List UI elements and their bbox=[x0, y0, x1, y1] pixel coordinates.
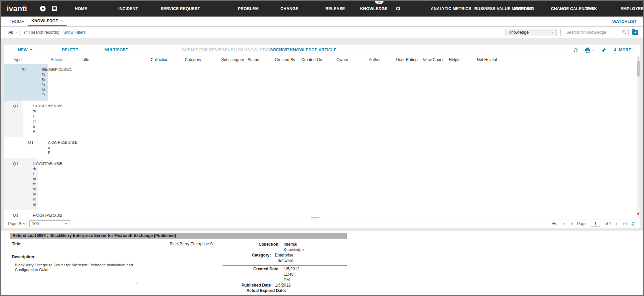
field-value: Internal Knowledge bbox=[280, 242, 304, 252]
table-row[interactable]: QandA 10065 How do I create a PST? Custo… bbox=[4, 101, 23, 137]
menu-item[interactable]: HOME bbox=[66, 6, 110, 11]
menu-item[interactable]: REPORT bbox=[515, 6, 542, 11]
next-page-icon[interactable] bbox=[616, 222, 618, 225]
scroll-up-icon[interactable] bbox=[637, 57, 639, 58]
menu-item[interactable]: CHANGE CALENDAR bbox=[551, 6, 577, 11]
table-row[interactable]: QandA 10069 Adding a Printer Customer Kn… bbox=[4, 137, 88, 158]
page-size-label: Page Size bbox=[8, 221, 27, 226]
chevron-down-icon bbox=[65, 223, 67, 224]
scroll-down-icon[interactable] bbox=[637, 213, 639, 215]
cell-user-rating bbox=[63, 210, 67, 219]
menu-item[interactable]: ANALYTIC METRICS bbox=[431, 6, 466, 11]
cell-created-on: 10/23/2011 3:00 ... bbox=[53, 210, 56, 219]
column-header[interactable]: Owner bbox=[336, 57, 369, 62]
detail-field-row: Category: Enterprise Software bbox=[223, 252, 241, 263]
page-input[interactable] bbox=[591, 221, 600, 227]
menu-item[interactable]: RELEASE bbox=[325, 6, 352, 11]
v-scrollbar[interactable] bbox=[637, 56, 640, 219]
prev-page-icon[interactable] bbox=[570, 222, 573, 225]
print-icon[interactable] bbox=[585, 48, 594, 53]
first-page-icon[interactable] bbox=[562, 222, 566, 225]
close-icon[interactable]: × bbox=[60, 19, 63, 23]
cell-subcategory: BES - Blackb... bbox=[52, 64, 55, 101]
tab-home[interactable]: HOME bbox=[8, 17, 28, 26]
toolbar-button[interactable]: ARCHIVE KNOWLEDGE ARTICLE bbox=[270, 48, 297, 52]
toolbar-button[interactable]: MULTISORT bbox=[89, 48, 173, 52]
column-header[interactable]: View Count bbox=[423, 57, 449, 62]
refresh-icon[interactable] bbox=[631, 221, 636, 226]
chat-icon[interactable] bbox=[52, 6, 57, 11]
cell-type: Reference bbox=[13, 64, 25, 101]
column-header[interactable]: Helpful bbox=[449, 57, 477, 62]
refresh-icon[interactable] bbox=[573, 48, 578, 53]
page-size-dropdown[interactable]: 100 bbox=[29, 220, 70, 227]
cell-owner: BSochan bbox=[56, 101, 60, 137]
cell-category: Desktop Software bbox=[40, 101, 43, 137]
circle-arrow-icon[interactable] bbox=[40, 6, 46, 11]
detail-field-row: Collection: Internal Knowledge bbox=[223, 242, 266, 252]
column-header[interactable]: Type bbox=[4, 57, 48, 62]
menu-item[interactable]: INCIDENT bbox=[118, 6, 137, 11]
scope-dropdown[interactable]: All bbox=[6, 29, 20, 36]
table-row[interactable]: QandA 10074 How do I provide feedback to… bbox=[4, 158, 38, 210]
app-window: ivanti HOMEINCIDENTSERVICE REQUESTPROBLE… bbox=[0, 0, 644, 296]
menu-item[interactable]: PROBLEM bbox=[238, 6, 272, 11]
column-header[interactable]: Created By bbox=[275, 57, 301, 62]
menu-item[interactable]: CI bbox=[396, 6, 422, 11]
header-collapse-handle[interactable] bbox=[375, 1, 384, 4]
menu-item[interactable]: TASK bbox=[586, 6, 612, 11]
toolbar-button[interactable]: SUBMIT FOR REVIEW bbox=[182, 48, 216, 52]
column-header[interactable]: Article bbox=[48, 57, 67, 62]
pin-icon[interactable] bbox=[601, 48, 606, 53]
chevron-down-icon bbox=[552, 32, 554, 33]
cell-type: QandA bbox=[4, 210, 16, 219]
cell-view-count bbox=[67, 158, 70, 210]
table-row[interactable]: QandA 10079 How do I report a New Issue?… bbox=[4, 210, 41, 219]
undo-icon[interactable] bbox=[552, 222, 557, 226]
watchlist-link[interactable]: WATCHLIST bbox=[612, 19, 637, 24]
description-label: Description: bbox=[12, 254, 216, 259]
menu-item[interactable]: CHANGE bbox=[280, 6, 317, 11]
field-label: Created Date: bbox=[231, 266, 280, 282]
column-header[interactable]: Subcategory bbox=[221, 57, 248, 62]
last-page-icon[interactable] bbox=[623, 222, 627, 225]
cell-user-rating bbox=[63, 101, 67, 137]
toolbar-button[interactable]: NEW bbox=[9, 48, 53, 52]
scrollbar-thumb[interactable] bbox=[637, 60, 640, 77]
cell-owner: BSochan bbox=[56, 158, 60, 210]
menu-item[interactable]: EMPLOYEE bbox=[620, 6, 644, 11]
cell-status: Draft bbox=[61, 137, 65, 158]
folder-icon[interactable] bbox=[632, 30, 638, 35]
search-icon[interactable] bbox=[622, 30, 626, 34]
more-download-icon[interactable]: MORE bbox=[613, 48, 635, 52]
column-header[interactable]: Title bbox=[67, 57, 151, 62]
table-row[interactable]: Reference 10089 BlackBerry Enterprise Se… bbox=[4, 64, 48, 101]
menu-item[interactable]: SERVICE REQUEST bbox=[145, 6, 229, 11]
toolbar-button[interactable]: DELETE bbox=[62, 48, 80, 52]
column-header[interactable]: Status bbox=[248, 57, 275, 62]
show-filters-link[interactable]: Show Filters bbox=[63, 30, 85, 35]
context-dropdown[interactable]: Knowledge bbox=[506, 29, 557, 36]
column-header[interactable]: Created On bbox=[301, 57, 336, 62]
grid-toolbar: NEW DELETE MULTISORT SUBMIT FOR REVIEW bbox=[4, 45, 640, 55]
column-header[interactable]: Collection bbox=[151, 57, 185, 62]
tab-knowledge[interactable]: KNOWLEDGE × bbox=[28, 17, 67, 26]
title-value[interactable]: BlackBerry Enterprise S... bbox=[170, 242, 216, 246]
cell-view-count bbox=[75, 64, 79, 101]
h-scrollbar-thumb[interactable] bbox=[311, 217, 319, 218]
grid-header-row: TypeArticleTitleCollectionCategorySubcat… bbox=[4, 55, 640, 64]
column-header[interactable]: Category bbox=[185, 57, 221, 62]
cell-view-count bbox=[67, 101, 70, 137]
cell-not-helpful bbox=[73, 158, 77, 210]
toolbar-button[interactable]: PUBLISH KNOWLEDGE ARTICLE bbox=[225, 48, 261, 52]
search-input[interactable] bbox=[566, 30, 622, 35]
search-box bbox=[564, 29, 629, 36]
menu-item[interactable]: BUSINESS VALUE MODELING bbox=[474, 6, 507, 11]
toolbar-button-label: SUBMIT FOR REVIEW bbox=[182, 48, 226, 52]
column-header[interactable]: User Rating bbox=[396, 57, 423, 62]
column-header[interactable]: Not Helpful bbox=[477, 57, 505, 62]
cell-created-by: BSochan bbox=[50, 210, 53, 219]
menu-item[interactable]: KNOWLEDGE bbox=[360, 6, 387, 11]
cell-category: Enterprise Softw... bbox=[48, 64, 52, 101]
column-header[interactable]: Author bbox=[369, 57, 396, 62]
